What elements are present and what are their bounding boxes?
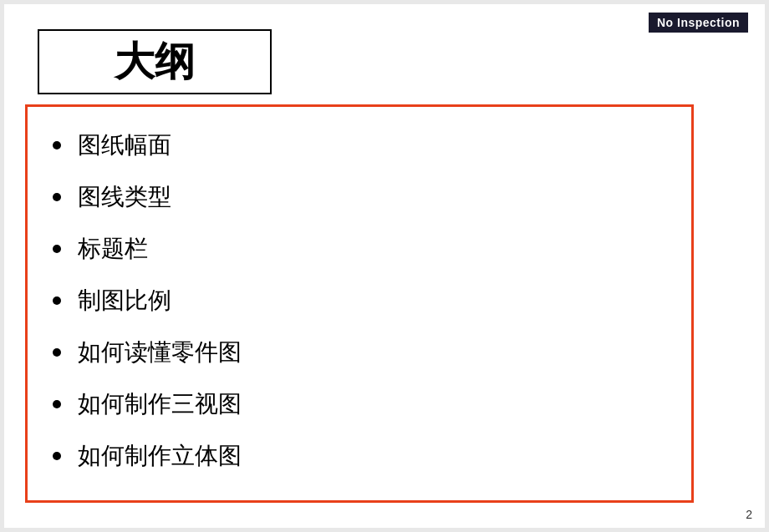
bullet-dot <box>53 348 61 357</box>
slide-area: No Inspection 大纲 图纸幅面 图线类型 标题栏 <box>4 4 765 528</box>
no-inspection-badge: No Inspection <box>649 13 748 33</box>
page-number: 2 <box>746 508 752 521</box>
list-item: 如何制作三视图 <box>53 378 666 430</box>
bullet-text-7: 如何制作立体图 <box>78 440 242 472</box>
bullet-dot <box>53 141 61 149</box>
bullet-text-2: 图线类型 <box>78 181 171 213</box>
bullet-text-5: 如何读懂零件图 <box>78 337 242 368</box>
list-item: 如何读懂零件图 <box>53 327 666 378</box>
title-box: 大纲 <box>38 29 272 94</box>
bullet-dot <box>53 452 61 460</box>
list-item: 图纸幅面 <box>53 119 666 171</box>
slide-title: 大纲 <box>115 39 195 84</box>
bullet-dot <box>53 193 61 201</box>
bullet-text-4: 制图比例 <box>78 285 171 317</box>
bullet-dot <box>53 400 61 408</box>
slide-container: No Inspection 大纲 图纸幅面 图线类型 标题栏 <box>0 0 769 532</box>
bullet-text-1: 图纸幅面 <box>78 129 171 161</box>
bullet-text-3: 标题栏 <box>78 233 148 265</box>
list-item: 制图比例 <box>53 275 666 327</box>
bullet-list: 图纸幅面 图线类型 标题栏 制图比例 如何读懂零件图 <box>53 119 666 482</box>
bullet-text-6: 如何制作三视图 <box>78 388 242 420</box>
content-box: 图纸幅面 图线类型 标题栏 制图比例 如何读懂零件图 <box>25 104 694 503</box>
list-item: 图线类型 <box>53 171 666 223</box>
list-item: 如何制作立体图 <box>53 430 666 482</box>
bullet-dot <box>53 245 61 253</box>
list-item: 标题栏 <box>53 223 666 275</box>
bullet-dot <box>53 296 61 305</box>
